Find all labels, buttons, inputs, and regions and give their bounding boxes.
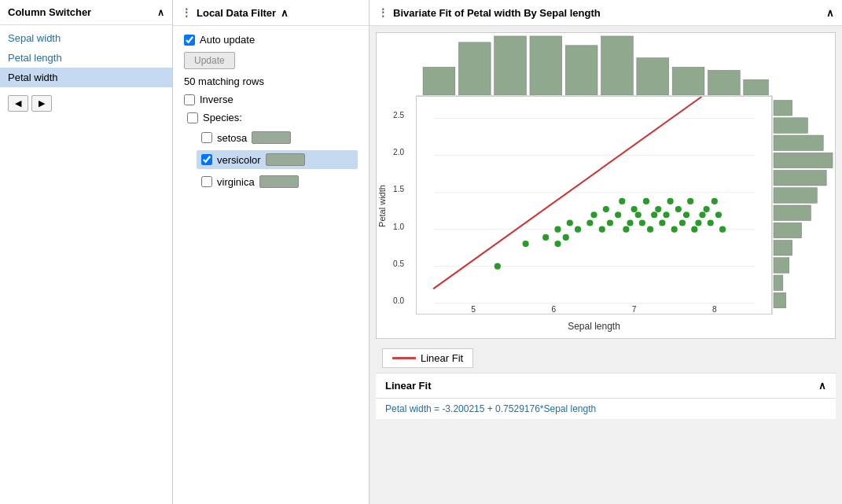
svg-point-48 (659, 219, 665, 226)
svg-text:1.5: 1.5 (393, 185, 404, 193)
svg-point-51 (671, 226, 678, 233)
linear-fit-section: Linear Fit ∧ Petal width = -3.200215 + 0… (376, 373, 836, 419)
svg-rect-1 (458, 42, 491, 95)
chart-chevron[interactable]: ∧ (826, 7, 834, 19)
svg-point-42 (635, 212, 642, 218)
nav-next-button[interactable]: ▶ (31, 95, 52, 112)
svg-point-57 (695, 219, 701, 226)
svg-rect-72 (774, 171, 826, 186)
svg-text:8: 8 (712, 305, 717, 314)
svg-point-61 (711, 198, 718, 204)
y-axis-svg: 2.5 2.0 1.5 1.0 0.5 0.0 Petal width (377, 96, 412, 315)
svg-rect-6 (637, 58, 669, 95)
svg-rect-75 (774, 223, 802, 237)
column-item-petal-length[interactable]: Petal length (0, 48, 172, 68)
legend-linear-fit[interactable]: Linear Fit (382, 348, 473, 368)
linear-fit-chevron[interactable]: ∧ (818, 380, 826, 392)
svg-point-25 (523, 241, 529, 247)
column-item-petal-width[interactable]: Petal width (0, 68, 172, 87)
inverse-checkbox[interactable] (184, 94, 195, 105)
species-label: Species: (203, 112, 242, 123)
auto-update-label: Auto update (200, 34, 255, 46)
svg-point-52 (675, 206, 682, 212)
top-hist-svg (416, 33, 772, 95)
filter-body: Auto update Update 50 matching rows Inve… (173, 26, 369, 202)
column-switcher-chevron[interactable]: ∧ (157, 7, 164, 18)
svg-point-56 (691, 226, 697, 233)
svg-point-29 (563, 234, 569, 241)
x-axis-label: Sepal length (568, 321, 620, 332)
species-item-setosa: setosa (197, 128, 358, 147)
species-section: Species: setosa versicolor virginica (187, 112, 358, 191)
versicolor-swatch (266, 153, 305, 166)
virginica-swatch (259, 175, 299, 188)
svg-point-49 (663, 212, 669, 218)
chart-area: 2.5 2.0 1.5 1.0 0.5 0.0 Petal width (376, 32, 836, 339)
svg-rect-74 (774, 205, 811, 220)
setosa-label: setosa (217, 132, 247, 144)
species-item-virginica: virginica (197, 172, 358, 191)
svg-rect-73 (774, 188, 817, 203)
column-switcher-header: Column Switcher ∧ (0, 0, 172, 25)
svg-text:0.0: 0.0 (393, 296, 404, 305)
svg-point-50 (667, 198, 674, 204)
species-all-checkbox[interactable] (187, 112, 198, 123)
scatter-svg: 5 6 7 8 (417, 97, 771, 314)
versicolor-checkbox[interactable] (201, 154, 212, 165)
svg-point-37 (615, 212, 621, 218)
main-plot-row: 2.5 2.0 1.5 1.0 0.5 0.0 Petal width (377, 96, 835, 315)
svg-point-41 (631, 206, 638, 212)
chart-header: ⋮ Bivariate Fit of Petal width By Sepal … (370, 0, 842, 26)
top-histogram (416, 33, 772, 96)
left-panel: Column Switcher ∧ Sepal width Petal leng… (0, 0, 173, 504)
svg-point-34 (599, 226, 605, 233)
species-item-versicolor: versicolor (197, 150, 358, 169)
chart-title: Bivariate Fit of Petal width By Sepal le… (393, 7, 601, 19)
filter-dots-icon[interactable]: ⋮ (181, 6, 192, 19)
svg-rect-3 (530, 36, 562, 95)
auto-update-checkbox[interactable] (184, 35, 195, 46)
svg-rect-78 (774, 275, 783, 290)
svg-point-26 (542, 234, 549, 241)
linear-fit-formula: Petal width = -3.200215 + 0.7529176*Sepa… (376, 399, 836, 419)
nav-buttons: ◀ ▶ (0, 90, 172, 116)
filter-chevron[interactable]: ∧ (281, 7, 289, 19)
svg-rect-79 (774, 292, 786, 307)
filter-header: ⋮ Local Data Filter ∧ (173, 0, 369, 26)
svg-point-60 (708, 219, 714, 226)
svg-point-54 (683, 212, 689, 218)
svg-text:1.0: 1.0 (393, 223, 404, 231)
column-item-sepal-width[interactable]: Sepal width (0, 28, 172, 48)
svg-text:0.5: 0.5 (393, 259, 404, 268)
svg-point-27 (554, 226, 561, 233)
right-hist-svg (773, 96, 835, 315)
setosa-checkbox[interactable] (201, 132, 212, 143)
svg-rect-76 (774, 240, 792, 255)
versicolor-label: versicolor (217, 154, 261, 166)
species-header-row: Species: (187, 112, 358, 123)
svg-text:2.0: 2.0 (393, 148, 404, 156)
update-button[interactable]: Update (184, 52, 235, 69)
nav-prev-button[interactable]: ◀ (8, 95, 28, 112)
svg-rect-71 (774, 153, 833, 167)
svg-point-59 (704, 206, 710, 212)
svg-point-28 (554, 241, 561, 247)
virginica-label: virginica (217, 176, 255, 188)
svg-point-31 (575, 226, 581, 233)
svg-text:5: 5 (471, 305, 476, 314)
virginica-checkbox[interactable] (201, 176, 212, 187)
chart-dots-icon[interactable]: ⋮ (377, 6, 388, 19)
svg-point-55 (687, 198, 693, 204)
svg-point-47 (655, 206, 661, 212)
svg-point-32 (586, 219, 593, 226)
svg-rect-8 (708, 70, 740, 95)
right-panel: ⋮ Bivariate Fit of Petal width By Sepal … (370, 0, 842, 504)
auto-update-row: Auto update (184, 34, 358, 46)
linear-fit-title: Linear Fit (385, 380, 432, 392)
svg-point-33 (590, 212, 597, 218)
svg-point-38 (619, 198, 625, 204)
svg-point-44 (643, 198, 649, 204)
middle-panel: ⋮ Local Data Filter ∧ Auto update Update… (173, 0, 370, 504)
column-list: Sepal width Petal length Petal width (0, 25, 172, 90)
chart-container: 2.5 2.0 1.5 1.0 0.5 0.0 Petal width (370, 26, 842, 504)
